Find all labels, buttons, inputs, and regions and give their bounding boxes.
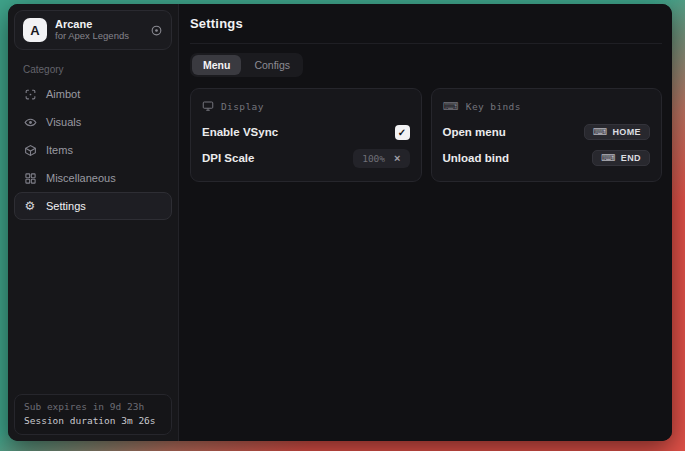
package-icon: [23, 144, 37, 157]
display-card-title: Display: [221, 101, 264, 112]
vsync-checkbox[interactable]: ✓: [395, 125, 410, 140]
app-logo: A: [23, 18, 47, 42]
sidebar-item-label: Aimbot: [46, 88, 80, 100]
check-icon: ✓: [398, 127, 406, 138]
sub-expires-text: Sub expires in 9d 23h: [24, 400, 162, 414]
sidebar-item-settings[interactable]: ⚙ Settings: [14, 192, 172, 220]
display-card-header: Display: [202, 98, 410, 114]
open-menu-label: Open menu: [443, 126, 506, 138]
sidebar-item-miscellaneous[interactable]: Miscellaneous: [14, 164, 172, 192]
settings-cards-row: Display Enable VSync ✓ DPI Scale 100% ×: [190, 88, 662, 182]
sidebar-item-aimbot[interactable]: Aimbot: [14, 80, 172, 108]
unload-bind-key: END: [621, 153, 641, 163]
keybinds-card-header: ⌨ Key binds: [443, 98, 651, 114]
category-label: Category: [23, 64, 172, 75]
app-identity: Arcane for Apex Legends: [55, 18, 129, 42]
app-subtitle: for Apex Legends: [55, 31, 129, 41]
crosshair-icon: [23, 88, 37, 101]
vsync-row: Enable VSync ✓: [202, 119, 410, 145]
keyboard-icon: ⌨: [601, 153, 615, 163]
monitor-icon: [202, 100, 214, 112]
display-card: Display Enable VSync ✓ DPI Scale 100% ×: [190, 88, 422, 182]
open-menu-bind-key: HOME: [612, 127, 641, 137]
sidebar-item-label: Miscellaneous: [46, 172, 116, 184]
eye-icon: [23, 116, 37, 129]
main-header: Settings: [190, 4, 662, 44]
sidebar-item-label: Visuals: [46, 116, 81, 128]
sidebar-item-items[interactable]: Items: [14, 136, 172, 164]
keybinds-card-title: Key binds: [466, 101, 521, 112]
sidebar-item-visuals[interactable]: Visuals: [14, 108, 172, 136]
layout-grid-icon: [23, 172, 37, 185]
keybinds-card: ⌨ Key binds Open menu ⌨ HOME Unload bind…: [431, 88, 663, 182]
dpi-row: DPI Scale 100% ×: [202, 145, 410, 171]
dpi-scale-value: 100%: [362, 153, 385, 164]
unload-bind-row: Unload bind ⌨ END: [443, 145, 651, 171]
settings-tabs: Menu Configs: [190, 53, 303, 77]
clear-icon[interactable]: ×: [394, 153, 400, 164]
tab-configs[interactable]: Configs: [243, 55, 301, 75]
sidebar: A Arcane for Apex Legends Category: [8, 4, 179, 441]
unload-bind-button[interactable]: ⌨ END: [592, 150, 650, 166]
page-title: Settings: [190, 16, 243, 31]
dpi-scale-input[interactable]: 100% ×: [353, 149, 409, 168]
vsync-label: Enable VSync: [202, 126, 278, 138]
app-logo-card: A Arcane for Apex Legends: [14, 10, 172, 50]
sidebar-item-label: Items: [46, 144, 73, 156]
target-icon[interactable]: [150, 24, 163, 37]
sidebar-item-label: Settings: [46, 200, 86, 212]
dpi-label: DPI Scale: [202, 152, 254, 164]
session-duration-text: Session duration 3m 26s: [24, 414, 162, 428]
subscription-status-card: Sub expires in 9d 23h Session duration 3…: [14, 394, 172, 436]
app-title: Arcane: [55, 18, 129, 30]
open-menu-row: Open menu ⌨ HOME: [443, 119, 651, 145]
keyboard-icon: ⌨: [443, 101, 459, 112]
app-window: A Arcane for Apex Legends Category: [8, 4, 672, 441]
gear-icon: ⚙: [23, 200, 37, 212]
tab-menu[interactable]: Menu: [192, 55, 241, 75]
unload-bind-label: Unload bind: [443, 152, 509, 164]
keyboard-icon: ⌨: [593, 127, 607, 137]
open-menu-bind-button[interactable]: ⌨ HOME: [584, 124, 650, 140]
sidebar-nav: Aimbot Visuals Items: [14, 80, 172, 220]
main-panel: Settings Menu Configs Display: [179, 4, 672, 441]
